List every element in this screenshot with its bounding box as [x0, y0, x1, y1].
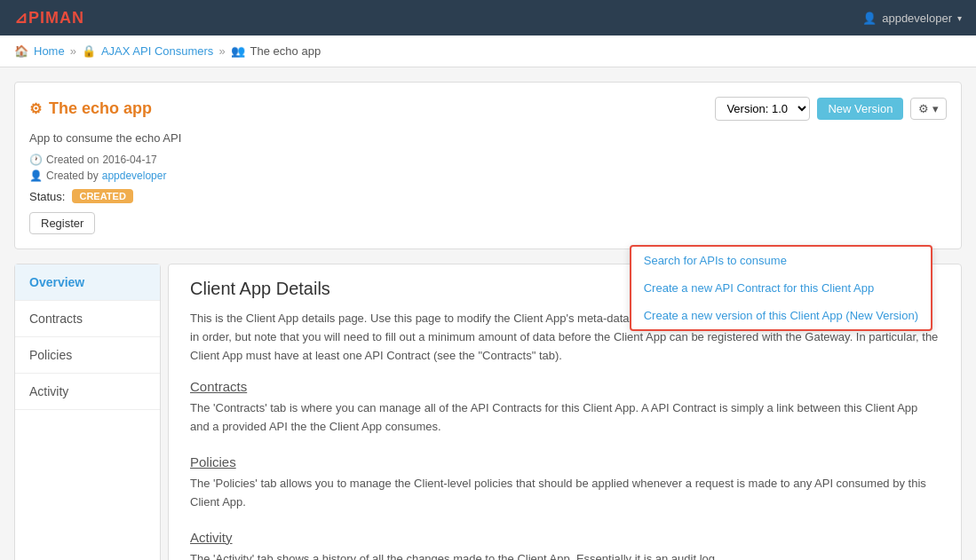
- breadcrumb-sep-1: »: [70, 44, 76, 58]
- version-select[interactable]: Version: 1.0: [715, 97, 810, 121]
- breadcrumb-shield-icon: 🔒: [82, 44, 96, 58]
- app-card-actions: Version: 1.0 New Version ⚙ ▾: [715, 97, 947, 121]
- breadcrumb-consumers[interactable]: AJAX API Consumers: [101, 44, 213, 58]
- clock-icon: 🕐: [29, 154, 43, 166]
- created-by-label: Created by: [46, 170, 99, 182]
- home-icon: 🏠: [14, 44, 28, 58]
- breadcrumb-current: The echo app: [250, 44, 321, 58]
- brand-logo: ⊿PIMAN: [14, 8, 84, 28]
- user-menu[interactable]: 👤 appdeveloper ▾: [862, 12, 962, 25]
- dropdown-create-version[interactable]: Create a new version of this Client App …: [631, 302, 931, 329]
- navbar: ⊿PIMAN 👤 appdeveloper ▾: [0, 0, 976, 35]
- app-card: ⚙ The echo app Version: 1.0 New Version …: [14, 82, 962, 249]
- section-activity: Activity The 'Activity' tab shows a hist…: [190, 530, 940, 560]
- brand-name: PIMAN: [28, 9, 84, 27]
- status-label: Status:: [29, 190, 65, 203]
- main-container: ⚙ The echo app Version: 1.0 New Version …: [0, 67, 976, 560]
- settings-button[interactable]: ⚙ ▾: [910, 98, 947, 120]
- username: appdeveloper: [882, 12, 952, 25]
- sidebar-item-overview[interactable]: Overview: [15, 264, 160, 301]
- app-description: App to consume the echo API: [29, 131, 947, 145]
- breadcrumb: 🏠 Home » 🔒 AJAX API Consumers » 👥 The ec…: [0, 35, 976, 67]
- sidebar-item-contracts[interactable]: Contracts: [15, 301, 160, 337]
- settings-caret-icon: ▾: [932, 102, 939, 115]
- dropdown-search-apis[interactable]: Search for APIs to consume: [631, 247, 931, 274]
- gear-icon: ⚙: [29, 100, 42, 117]
- dropdown-create-contract[interactable]: Create a new API Contract for this Clien…: [631, 274, 931, 302]
- section-contracts-heading: Contracts: [190, 379, 940, 394]
- app-title: ⚙ The echo app: [29, 99, 152, 118]
- app-created-by: 👤 Created by appdeveloper: [29, 170, 947, 182]
- dropdown-menu: Search for APIs to consume Create a new …: [630, 245, 932, 331]
- section-activity-heading: Activity: [190, 530, 940, 545]
- user-icon: 👤: [862, 12, 877, 25]
- app-card-header: ⚙ The echo app Version: 1.0 New Version …: [29, 97, 947, 121]
- status-badge: CREATED: [72, 189, 132, 203]
- section-activity-body: The 'Activity' tab shows a history of al…: [190, 550, 940, 560]
- new-version-button[interactable]: New Version: [817, 98, 903, 120]
- section-policies-heading: Policies: [190, 454, 940, 469]
- created-by-value[interactable]: appdeveloper: [102, 170, 167, 182]
- created-on-label: Created on: [46, 154, 99, 166]
- user-icon-2: 👤: [29, 170, 43, 182]
- section-policies: Policies The 'Policies' tab allows you t…: [190, 454, 940, 512]
- created-on-value: 2016-04-17: [102, 154, 156, 166]
- breadcrumb-sep-2: »: [218, 44, 225, 58]
- sidebar-item-policies[interactable]: Policies: [15, 337, 160, 374]
- sidebar-item-activity[interactable]: Activity: [15, 374, 160, 410]
- app-status: Status: CREATED: [29, 189, 947, 203]
- settings-gear-icon: ⚙: [918, 102, 929, 115]
- caret-icon: ▾: [957, 13, 962, 23]
- section-policies-body: The 'Policies' tab allows you to manage …: [190, 475, 940, 512]
- breadcrumb-home[interactable]: Home: [34, 44, 65, 58]
- section-contracts-body: The 'Contracts' tab is where you can man…: [190, 399, 940, 437]
- breadcrumb-users-icon: 👥: [231, 44, 245, 58]
- app-created-on: 🕐 Created on 2016-04-17: [29, 154, 947, 166]
- register-button[interactable]: Register: [29, 212, 95, 234]
- sidebar: Overview Contracts Policies Activity: [14, 264, 161, 560]
- app-name: The echo app: [49, 99, 152, 118]
- section-contracts: Contracts The 'Contracts' tab is where y…: [190, 379, 940, 437]
